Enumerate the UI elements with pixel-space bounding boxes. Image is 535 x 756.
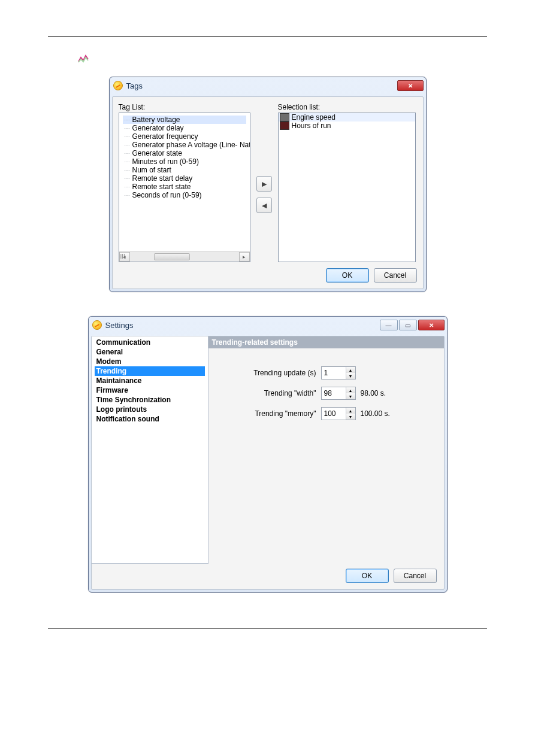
list-item-label: Num of start [132,166,171,174]
color-swatch [280,122,289,130]
panel-header: Trending-related settings [208,336,444,348]
color-swatch [280,113,289,122]
cancel-button[interactable]: Cancel [374,268,417,283]
list-item-label: Engine speed [292,113,335,122]
settings-sidebar: CommunicationGeneralModemTrendingMaintai… [92,336,208,564]
settings-dialog: Settings — ▭ ✕ CommunicationGeneralModem… [88,316,448,593]
tag-list-label: Tag List: [119,103,250,111]
trending-update-spinner[interactable]: ▲▼ [321,366,356,379]
list-item-label: Generator phase A voltage (Line- Natu [132,141,250,149]
app-icon [92,320,102,330]
tag-list[interactable]: ⋯Battery voltage⋯Generator delay⋯Generat… [119,113,250,262]
tree-branch-icon: ⋯ [124,192,130,199]
trending-width-suffix: 98.00 s. [361,389,386,397]
tags-dialog: Tags ✕ Tag List: ⋯Battery voltage⋯Genera… [109,77,427,292]
list-item[interactable]: ⋯Remote start delay [123,174,246,183]
list-item-label: Generator delay [132,124,184,132]
tree-branch-icon: ⋯ [124,167,130,174]
sidebar-item[interactable]: Time Synchronization [95,395,205,405]
cancel-button[interactable]: Cancel [394,569,437,583]
list-item-label: Hours of run [292,122,331,130]
list-item[interactable]: ⋯Battery voltage [123,116,246,124]
titlebar: Settings — ▭ ✕ [89,317,447,333]
list-item-label: Generator state [132,149,182,157]
trending-width-input[interactable] [322,387,346,399]
selection-list-label: Selection list: [278,103,416,111]
trending-update-input[interactable] [322,367,346,379]
sidebar-item[interactable]: Modem [95,357,205,366]
list-item[interactable]: Engine speed [279,113,415,122]
close-button[interactable]: ✕ [397,80,424,91]
list-item[interactable]: ⋯Remote start state [123,183,246,191]
maximize-button[interactable]: ▭ [399,320,417,330]
spin-up-icon[interactable]: ▲ [346,408,355,414]
list-item[interactable]: ⋯Num of start [123,166,246,174]
sidebar-item[interactable]: Trending [95,366,205,376]
tree-branch-icon: ⋯ [124,125,130,132]
sidebar-item[interactable]: Maintainance [95,376,205,385]
tree-branch-icon: ⋯ [124,184,130,190]
window-title: Tags [126,81,397,90]
trending-memory-input[interactable] [322,408,346,420]
spin-down-icon[interactable]: ▼ [346,393,355,399]
list-item-label: Seconds of run (0-59) [132,191,202,199]
tree-branch-icon: ⋯ [124,150,130,157]
list-item-label: Minutes of run (0-59) [132,157,199,166]
close-button[interactable]: ✕ [418,320,445,330]
list-item[interactable]: Hours of run [279,122,415,130]
list-item[interactable]: ⋯Minutes of run (0-59) [123,157,246,166]
scroll-right-button[interactable]: ▸ [239,252,250,262]
list-item[interactable]: ⋯Generator frequency [123,132,246,141]
ok-button[interactable]: OK [326,268,369,283]
sidebar-item[interactable]: Notification sound [95,414,205,424]
trending-width-label: Trending "width" [220,389,316,397]
titlebar: Tags ✕ [110,77,426,94]
list-item[interactable]: ⋯Generator phase A voltage (Line- Natu [123,141,246,149]
scroll-thumb[interactable] [154,253,190,260]
tree-branch-icon: ⋯ [124,133,130,140]
ok-button[interactable]: OK [346,569,389,583]
chart-icon [78,54,89,63]
spin-down-icon[interactable]: ▼ [346,414,355,420]
list-item-label: Battery voltage [132,116,180,124]
trending-width-spinner[interactable]: ▲▼ [321,387,356,400]
spin-up-icon[interactable]: ▲ [346,387,355,393]
sidebar-item[interactable]: Logo printouts [95,405,205,414]
tree-branch-icon: ⋯ [124,175,130,182]
list-item[interactable]: ⋯Generator state [123,149,246,157]
app-icon [113,81,123,90]
horizontal-scrollbar[interactable]: ◂ III ▸ [119,251,250,262]
spin-up-icon[interactable]: ▲ [346,367,355,373]
move-right-button[interactable]: ▶ [256,176,272,192]
trending-memory-label: Trending "memory" [220,409,316,418]
tree-branch-icon: ⋯ [124,117,130,123]
minimize-button[interactable]: — [380,320,398,330]
selection-list[interactable]: Engine speedHours of run [278,113,416,262]
list-item[interactable]: ⋯Seconds of run (0-59) [123,191,246,199]
list-item-label: Remote start state [132,183,191,191]
list-item[interactable]: ⋯Generator delay [123,124,246,132]
tree-branch-icon: ⋯ [124,142,130,148]
trending-memory-suffix: 100.00 s. [361,409,390,418]
move-left-button[interactable]: ◀ [256,198,272,213]
sidebar-item[interactable]: General [95,347,205,357]
window-title: Settings [105,321,380,330]
list-item-label: Remote start delay [132,174,193,183]
list-item-label: Generator frequency [132,132,198,141]
trending-memory-spinner[interactable]: ▲▼ [321,407,356,420]
trending-update-label: Trending update (s) [220,369,316,377]
scroll-marker: III [120,253,125,260]
spin-down-icon[interactable]: ▼ [346,373,355,379]
sidebar-item[interactable]: Firmware [95,385,205,395]
tree-branch-icon: ⋯ [124,159,130,165]
sidebar-item[interactable]: Communication [95,338,205,347]
